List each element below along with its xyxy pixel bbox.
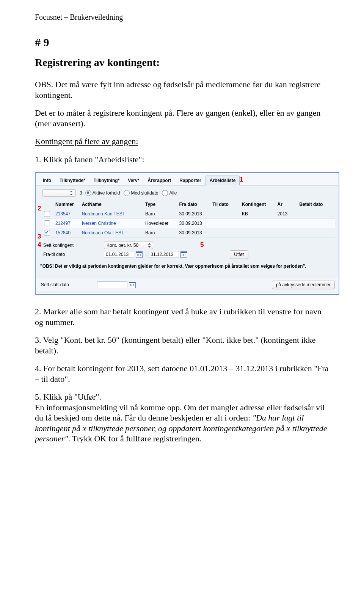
table-row: 213547 Nordmann Kari TEST Barn 30.09.201… — [42, 209, 335, 219]
dash: - — [146, 252, 147, 257]
step-1: 1. Klikk på fanen "Arbeidsliste": — [35, 154, 329, 165]
radio-dot-icon — [85, 190, 91, 196]
intro-paragraph: OBS. Det må være fylt inn adresse og fød… — [35, 79, 329, 100]
row-checkbox[interactable] — [44, 211, 50, 217]
sett-kontingent-row: Sett kontingent Kont. bet. kr. 50 — [40, 241, 335, 250]
fratil-row: Fra-til dato - Utfør — [40, 250, 335, 259]
table-row: 212497 Iversen Christine Hovedleder 30.0… — [42, 219, 335, 228]
annotation-3: 3 — [38, 233, 41, 240]
annotation-5: 5 — [200, 241, 204, 249]
obs-warning: "OBS! Det er viktig at perioden kontinge… — [36, 259, 338, 278]
radio-alle[interactable]: Alle — [162, 190, 177, 196]
footer-row: Sett slutt-dato på avkryssede medlemmer — [36, 278, 338, 291]
annotation-2: 2 — [38, 205, 41, 212]
cell-name[interactable]: Nordmann Ola TEST — [80, 230, 144, 235]
radio-sluttdato[interactable]: Med sluttdato — [124, 190, 158, 196]
col-actname: ActName — [80, 202, 144, 207]
svg-marker-1 — [70, 194, 73, 195]
tab-bar: Info Tilknyttede* Tilknytning* Verv* Års… — [36, 174, 338, 185]
page-number: # 9 — [35, 36, 329, 49]
row-checkbox[interactable] — [44, 220, 50, 226]
col-fra: Fra dato — [178, 202, 211, 207]
radio-alle-label: Alle — [169, 190, 177, 196]
table-row: 152840 Nordmann Ola TEST Barn 30.09.2013 — [42, 228, 335, 238]
cell-fra: 30.09.2013 — [178, 221, 211, 226]
calendar-icon[interactable] — [136, 251, 143, 258]
app-screenshot-frame: 1 2 3 4 5 Info Tilknyttede* Tilknytning*… — [35, 172, 339, 295]
count-select[interactable] — [42, 189, 76, 197]
svg-marker-0 — [70, 191, 73, 192]
pa-avkryssede-button[interactable]: på avkryssede medlemmer — [272, 281, 335, 289]
radio-dot-icon — [124, 190, 130, 196]
members-table: Nummer ActName Type Fra dato Til dato Ko… — [42, 200, 335, 238]
doc-header: Focusnet – Brukerveiledning — [35, 13, 329, 22]
col-betalt: Betalt dato — [298, 202, 335, 207]
tab-tilknyttede[interactable]: Tilknyttede* — [55, 176, 89, 185]
sett-sluttdato-label: Sett slutt-dato — [40, 282, 69, 287]
tab-verv[interactable]: Verv* — [124, 176, 143, 185]
sluttdato-input[interactable] — [97, 281, 127, 288]
col-type: Type — [144, 202, 178, 207]
date-to-input[interactable] — [149, 251, 179, 258]
sett-kontingent-label: Sett kontingent — [40, 243, 104, 248]
cell-type: Barn — [144, 230, 178, 235]
step-5: 5. Klikk på "Utfør". En informasjonsmeld… — [35, 392, 329, 444]
cell-ar: 2013 — [276, 211, 298, 217]
document-page: Focusnet – Brukerveiledning # 9 Registre… — [0, 0, 364, 601]
updown-icon — [147, 243, 151, 248]
step-3: 3. Velg "Kont. bet kr. 50" (kontingent b… — [35, 335, 329, 356]
app-screenshot: 1 2 3 4 5 Info Tilknyttede* Tilknytning*… — [36, 174, 338, 293]
radio-dot-icon — [162, 190, 168, 196]
radio-aktive-label: Aktive forhold — [93, 190, 120, 196]
tab-tilknytning[interactable]: Tilknytning* — [89, 176, 124, 185]
svg-marker-3 — [148, 246, 151, 248]
pa-avkryssede-label: på avkryssede medlemmer — [276, 282, 331, 287]
cell-type: Hovedleder — [144, 221, 178, 226]
kontingent-select[interactable]: Kont. bet. kr. 50 — [104, 242, 153, 249]
col-til: Til dato — [211, 202, 240, 207]
subheading: Kontingent på flere av gangen: — [35, 136, 329, 147]
cell-fra: 30.09.2013 — [178, 230, 211, 235]
cell-fra: 30.09.2013 — [178, 211, 211, 217]
col-nummer: Nummer — [54, 202, 80, 207]
annotation-1: 1 — [240, 176, 243, 184]
col-ar: År — [276, 202, 298, 207]
step-4: 4. For betalt kontingent for 2013, sett … — [35, 363, 329, 384]
cell-nummer[interactable]: 213547 — [54, 211, 80, 217]
cell-name[interactable]: Iversen Christine — [80, 221, 144, 226]
cell-nummer[interactable]: 152840 — [54, 230, 80, 235]
utfor-button-label: Utfør — [234, 252, 244, 257]
fratil-label: Fra-til dato — [40, 252, 104, 257]
tab-arsrapport[interactable]: Årsrapport — [143, 176, 175, 185]
step-2: 2. Marker alle som har betalt kontingent… — [35, 306, 329, 327]
cell-type: Barn — [144, 211, 178, 217]
tab-info[interactable]: Info — [39, 176, 55, 185]
kontingent-select-value: Kont. bet. kr. 50 — [107, 243, 138, 248]
calendar-icon[interactable] — [129, 282, 136, 288]
calendar-icon[interactable] — [180, 251, 187, 258]
tab-arbeidsliste[interactable]: Arbeidsliste — [206, 176, 240, 185]
step-5-line1: 5. Klikk på "Utfør". — [35, 392, 101, 402]
row-count: 3 — [80, 190, 82, 196]
cell-kont: KB — [240, 211, 276, 217]
filter-row: 3 Aktive forhold Med sluttdato Alle — [36, 185, 338, 199]
date-from-input[interactable] — [104, 251, 134, 258]
step-5-tail: . Trykk OK for å fullføre registreringen… — [68, 434, 201, 443]
row-checkbox[interactable] — [44, 230, 50, 236]
cell-nummer[interactable]: 212497 — [54, 221, 80, 226]
radio-sluttdato-label: Med sluttdato — [131, 190, 158, 196]
control-area: Sett kontingent Kont. bet. kr. 50 Fra-ti… — [36, 239, 338, 259]
updown-icon — [69, 191, 73, 195]
table-header-row: Nummer ActName Type Fra dato Til dato Ko… — [42, 200, 335, 209]
svg-marker-2 — [148, 243, 151, 245]
page-title: Registrering av kontingent: — [35, 56, 329, 69]
two-ways-paragraph: Det er to måter å registrere kontingent … — [35, 108, 329, 129]
cell-name[interactable]: Nordmann Kari TEST — [80, 211, 144, 217]
utfor-button[interactable]: Utfør — [230, 250, 248, 259]
annotation-4: 4 — [38, 241, 41, 249]
radio-aktive[interactable]: Aktive forhold — [85, 190, 120, 196]
tab-rapporter[interactable]: Rapporter — [175, 176, 205, 185]
col-kontingent: Kontingent — [240, 202, 276, 207]
